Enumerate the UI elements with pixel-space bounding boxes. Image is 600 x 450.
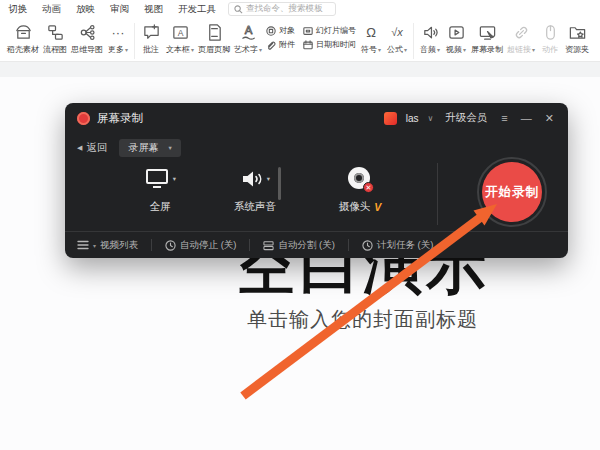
caret-down-icon: ▾: [191, 47, 194, 53]
camera-off-badge: ✕: [363, 182, 374, 193]
screen-record-icon: [478, 22, 497, 42]
caret-down-icon: ▾: [463, 47, 466, 53]
ribbon-symbol[interactable]: Ω 符号▾: [358, 21, 384, 56]
calendar-icon: [303, 40, 313, 50]
chevron-down-icon[interactable]: ∨: [428, 114, 434, 123]
controls-scrollbar[interactable]: [278, 167, 281, 200]
ribbon-divider: [134, 23, 135, 59]
header-footer-icon: [205, 22, 224, 42]
back-button[interactable]: ◀ 返回: [77, 141, 107, 155]
ribbon-attachment[interactable]: 附件: [266, 39, 295, 50]
bottom-bar-divider: [151, 239, 152, 251]
caret-down-icon: ▾: [259, 47, 262, 53]
clock-icon: [165, 240, 176, 251]
menu-tab-view[interactable]: 视图: [144, 3, 163, 16]
menu-bar: 切换 动画 放映 审阅 视图 开发工具 会员专享 查找命令、搜索模板: [0, 0, 600, 18]
menu-tab-review[interactable]: 审阅: [110, 3, 129, 16]
bottom-bar-divider: [348, 239, 349, 251]
start-record-button[interactable]: 开始录制: [482, 162, 542, 222]
fullscreen-control[interactable]: ▾ 全屏: [127, 163, 193, 214]
ribbon-wordart[interactable]: A 艺术字▾: [232, 21, 264, 56]
ribbon-flowchart[interactable]: 流程图: [41, 21, 69, 56]
record-app-logo-icon: [77, 112, 90, 125]
slide-number-icon: [303, 26, 313, 36]
camera-control[interactable]: ✕ 摄像头 V: [327, 163, 393, 214]
ribbon-textbox[interactable]: A 文本框▾: [164, 21, 196, 56]
ribbon-action: 动作: [537, 21, 563, 56]
ribbon-docer-assets[interactable]: 稻壳素材: [5, 21, 41, 56]
ribbon-slide-number[interactable]: 幻灯片编号: [303, 25, 356, 36]
search-placeholder: 查找命令、搜索模板: [246, 3, 323, 15]
list-icon: [77, 240, 89, 250]
speaker-icon: [240, 168, 264, 190]
dialog-nav-row: ◀ 返回 录屏幕 ▾: [77, 139, 181, 157]
menu-tab-transition[interactable]: 切换: [8, 3, 27, 16]
ribbon-audio[interactable]: 音频▾: [417, 21, 443, 56]
ribbon-date-time[interactable]: 日期和时间: [303, 39, 356, 50]
comment-icon: [142, 22, 161, 42]
toolbar-canvas-divider: [0, 62, 600, 77]
search-icon: [234, 5, 243, 14]
video-list-button[interactable]: ▾ 视频列表: [77, 239, 138, 252]
account-name: las: [406, 113, 419, 124]
ribbon-comment[interactable]: 批注: [138, 21, 164, 56]
auto-stop-toggle[interactable]: 自动停止 (关): [165, 239, 236, 252]
dialog-bottom-bar: ▾ 视频列表 自动停止 (关) 自动分割 (关) 计划任务 (关): [65, 231, 568, 258]
ribbon-divider: [413, 23, 414, 59]
split-icon: [263, 240, 274, 251]
controls-divider: [437, 163, 438, 225]
textbox-icon: A: [171, 22, 190, 42]
svg-text:A: A: [244, 24, 252, 36]
clock-icon: [362, 240, 373, 251]
ribbon-video[interactable]: 视频▾: [443, 21, 469, 56]
ribbon-header-footer[interactable]: 页眉页脚: [196, 21, 232, 56]
video-icon: [447, 22, 466, 42]
hyperlink-icon: [512, 22, 531, 42]
webcam-icon: ✕: [348, 167, 372, 191]
ribbon-object[interactable]: 对象: [266, 25, 295, 36]
caret-down-icon: ▾: [125, 47, 128, 53]
menu-tab-slideshow[interactable]: 放映: [76, 3, 95, 16]
ribbon-toolbar: 稻壳素材 流程图 思维导图 ··· 更多▾ 批注 A 文本框▾ 页眉页脚 A: [0, 18, 600, 62]
monitor-icon: [144, 168, 170, 190]
svg-text:A: A: [177, 27, 183, 37]
dialog-menu-button[interactable]: ≡: [499, 113, 509, 124]
caret-down-icon: ▾: [378, 47, 381, 53]
ribbon-screen-record[interactable]: 屏幕录制: [469, 21, 505, 56]
more-dots-icon: ···: [112, 22, 125, 42]
ribbon-insert-small-group: 对象 幻灯片编号 附件 日期和时间: [264, 21, 358, 50]
caret-down-icon: ▾: [404, 47, 407, 53]
record-mode-dropdown[interactable]: 录屏幕 ▾: [119, 139, 180, 157]
caret-down-icon: ▾: [173, 175, 176, 183]
ribbon-formula[interactable]: √x 公式▾: [384, 21, 410, 56]
object-icon: [266, 26, 276, 36]
menu-tab-animation[interactable]: 动画: [42, 3, 61, 16]
minimize-button[interactable]: —: [519, 113, 534, 124]
mouse-icon: [541, 22, 560, 42]
upgrade-member-button[interactable]: 升级会员: [445, 111, 487, 125]
ribbon-mindmap[interactable]: 思维导图: [69, 21, 105, 56]
caret-down-icon: ▾: [168, 144, 171, 152]
wps-presentation-window: 切换 动画 放映 审阅 视图 开发工具 会员专享 查找命令、搜索模板 稻壳素材 …: [0, 0, 600, 450]
dialog-titlebar[interactable]: 屏幕录制 las ∨ 升级会员 ≡ — ✕: [65, 103, 568, 133]
folder-star-icon: [568, 22, 587, 42]
command-search-box[interactable]: 查找命令、搜索模板: [228, 2, 336, 16]
screen-record-dialog: 屏幕录制 las ∨ 升级会员 ≡ — ✕ ◀ 返回 录屏幕 ▾: [65, 103, 568, 258]
caret-down-icon: ▾: [267, 175, 270, 183]
caret-down-icon: ▾: [532, 47, 535, 53]
close-button[interactable]: ✕: [543, 113, 556, 124]
scheduled-task-toggle[interactable]: 计划任务 (关): [362, 239, 433, 252]
bottom-bar-divider: [249, 239, 250, 251]
menu-tab-devtools[interactable]: 开发工具: [178, 3, 216, 16]
auto-split-toggle[interactable]: 自动分割 (关): [263, 239, 334, 252]
dialog-title: 屏幕录制: [97, 111, 143, 126]
flowchart-icon: [46, 22, 65, 42]
ribbon-resource-folder[interactable]: 资源夹: [563, 21, 591, 56]
paperclip-icon: [266, 40, 276, 50]
wps-account-logo-icon: [384, 112, 397, 125]
slide-subtitle-placeholder[interactable]: 单击输入您的封面副标题: [247, 306, 478, 333]
wordart-icon: A: [239, 22, 258, 42]
caret-down-icon: ▾: [93, 242, 96, 249]
ribbon-more[interactable]: ··· 更多▾: [105, 21, 131, 56]
back-arrow-icon: ◀: [77, 144, 82, 152]
